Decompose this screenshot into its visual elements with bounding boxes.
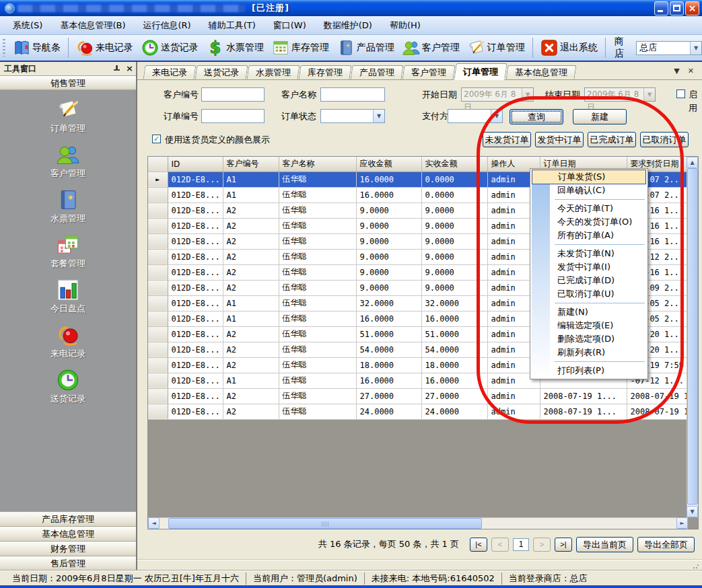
- tab-water-ticket[interactable]: 水票管理: [247, 65, 300, 79]
- horizontal-scroll-thumb[interactable]: [168, 518, 482, 529]
- tool-window-close-icon[interactable]: ×: [126, 65, 133, 73]
- row-selector[interactable]: [148, 326, 168, 342]
- context-menu-item[interactable]: 新建(N): [532, 305, 646, 319]
- tab-inventory[interactable]: 库存管理: [299, 65, 352, 79]
- sidebar-section-basic-info[interactable]: 基本信息管理: [0, 526, 136, 541]
- chevron-down-icon[interactable]: ▼: [690, 42, 701, 54]
- column-header[interactable]: 客户名称: [279, 157, 356, 172]
- scroll-left-icon[interactable]: ◄: [148, 517, 160, 529]
- menu-basic-info[interactable]: 基本信息管理(B): [51, 17, 134, 34]
- scroll-up-icon[interactable]: ▲: [687, 157, 698, 168]
- row-selector[interactable]: [148, 218, 168, 233]
- customer-no-input[interactable]: [201, 87, 265, 102]
- row-selector[interactable]: [148, 373, 168, 388]
- page-number-input[interactable]: [513, 538, 529, 551]
- row-selector[interactable]: [148, 187, 168, 203]
- column-header[interactable]: 客户编号: [223, 157, 279, 172]
- export-current-page-button[interactable]: 导出当前页: [576, 537, 633, 552]
- query-button[interactable]: 查询: [510, 109, 563, 124]
- row-selector[interactable]: [148, 280, 168, 295]
- shop-select[interactable]: 总店 ▼: [636, 41, 702, 55]
- tab-list-dropdown-icon[interactable]: ▼: [674, 67, 679, 75]
- pay-method-select[interactable]: ▼: [448, 109, 503, 123]
- toolbar-exit-button[interactable]: 退出系统: [536, 38, 602, 58]
- toolbar-delivery-record-button[interactable]: 送货记录: [137, 38, 203, 58]
- maximize-button[interactable]: [670, 1, 684, 15]
- tab-product[interactable]: 产品管理: [351, 65, 404, 79]
- tab-customer[interactable]: 客户管理: [402, 65, 456, 79]
- order-status-select[interactable]: ▼: [320, 109, 385, 123]
- scroll-down-icon[interactable]: ▼: [687, 506, 698, 517]
- column-header[interactable]: ID: [168, 157, 223, 172]
- scroll-right-icon[interactable]: ►: [676, 517, 688, 529]
- vertical-scrollbar[interactable]: ▲ ▼: [687, 157, 698, 517]
- sidebar-item-water-ticket-mgmt[interactable]: 水票管理: [50, 188, 85, 225]
- sidebar-section-product-inventory[interactable]: 产品库存管理: [0, 511, 136, 526]
- new-button[interactable]: 新建: [573, 109, 627, 124]
- sidebar-item-order-mgmt[interactable]: 订单管理: [50, 98, 85, 135]
- tab-close-icon[interactable]: ✕: [688, 67, 694, 75]
- toolbar-navigator-button[interactable]: 导航条: [9, 38, 65, 58]
- table-row[interactable]: 012D-E8...A2伍华聪24.000024.0000admin2008-0…: [148, 404, 688, 419]
- menu-run-info[interactable]: 运行信息(R): [134, 17, 199, 34]
- toolbar-inventory-button[interactable]: 库存管理: [268, 38, 333, 58]
- last-page-button[interactable]: >|: [555, 538, 572, 552]
- tab-delivery-record[interactable]: 送货记录: [195, 65, 248, 79]
- row-selector-header[interactable]: [148, 157, 168, 172]
- sidebar-item-daily-check[interactable]: 今日盘点: [50, 279, 85, 315]
- sidebar-item-delivery-record[interactable]: 送货记录: [50, 369, 85, 405]
- row-selector[interactable]: [148, 233, 168, 249]
- context-menu-item[interactable]: 已取消订单(U): [532, 287, 646, 301]
- filter-unshipped-button[interactable]: 未发货订单: [483, 132, 531, 147]
- prev-page-button[interactable]: <: [491, 538, 509, 552]
- row-selector[interactable]: [148, 357, 168, 373]
- row-selector[interactable]: [148, 264, 168, 280]
- context-menu-item[interactable]: 打印列表(P): [532, 364, 646, 377]
- context-menu-item[interactable]: 订单发货(S): [532, 170, 646, 184]
- row-selector[interactable]: ►: [148, 172, 168, 187]
- menu-system[interactable]: 系统(S): [4, 17, 51, 34]
- menu-window[interactable]: 窗口(W): [265, 17, 315, 34]
- context-menu-item[interactable]: 已完成订单(D): [532, 274, 646, 287]
- context-menu-item[interactable]: 回单确认(C): [532, 184, 646, 197]
- sidebar-item-package-mgmt[interactable]: 套餐管理: [50, 233, 85, 270]
- table-row[interactable]: 012D-E8...A2伍华聪27.000027.0000admin2008-0…: [148, 388, 688, 404]
- pin-icon[interactable]: [113, 65, 120, 73]
- filter-shipping-button[interactable]: 发货中订单: [535, 132, 584, 147]
- end-date-picker[interactable]: 2009年 6月 8日 ▼: [584, 87, 656, 102]
- row-selector[interactable]: [148, 249, 168, 264]
- next-page-button[interactable]: >: [533, 538, 551, 552]
- row-selector[interactable]: [148, 311, 168, 326]
- menu-help[interactable]: 帮助(H): [381, 17, 429, 34]
- menu-data-maintenance[interactable]: 数据维护(D): [315, 17, 381, 34]
- resize-grip[interactable]: [693, 562, 699, 569]
- color-display-checkbox[interactable]: ✓: [152, 135, 161, 143]
- filter-cancelled-button[interactable]: 已取消订单: [640, 132, 689, 147]
- order-no-input[interactable]: [201, 109, 265, 123]
- first-page-button[interactable]: |<: [470, 538, 487, 552]
- export-all-pages-button[interactable]: 导出全部页: [637, 537, 695, 552]
- tab-order[interactable]: 订单管理: [454, 63, 507, 80]
- row-selector[interactable]: [148, 388, 168, 404]
- filter-completed-button[interactable]: 已完成订单: [588, 132, 636, 147]
- sidebar-section-finance[interactable]: 财务管理: [0, 541, 136, 556]
- row-selector[interactable]: [148, 203, 168, 218]
- chevron-down-icon[interactable]: ▼: [373, 110, 384, 122]
- sidebar-section-after-sales[interactable]: 售后管理: [0, 556, 136, 571]
- toolbar-customer-button[interactable]: 客户管理: [398, 38, 464, 58]
- context-menu-item[interactable]: 刷新列表(R): [532, 346, 646, 359]
- horizontal-scrollbar[interactable]: ◄ ►: [148, 517, 688, 529]
- row-selector[interactable]: [148, 295, 168, 311]
- close-button[interactable]: ×: [685, 1, 699, 15]
- sidebar-item-customer-mgmt[interactable]: 客户管理: [50, 143, 85, 180]
- row-selector[interactable]: [148, 404, 168, 419]
- sidebar-section-sales[interactable]: 销售管理: [0, 76, 136, 90]
- column-header[interactable]: 实收金额: [421, 157, 487, 172]
- menu-aux-tools[interactable]: 辅助工具(T): [200, 17, 265, 34]
- start-date-picker[interactable]: 2009年 6月 8日 ▼: [461, 87, 534, 102]
- chevron-down-icon[interactable]: ▼: [491, 110, 502, 122]
- context-menu-item[interactable]: 今天的订单(T): [532, 202, 646, 215]
- context-menu-item[interactable]: 发货中订单(I): [532, 260, 646, 274]
- vertical-scroll-thumb[interactable]: [687, 168, 698, 505]
- toolbar-product-button[interactable]: 产品管理: [333, 38, 398, 58]
